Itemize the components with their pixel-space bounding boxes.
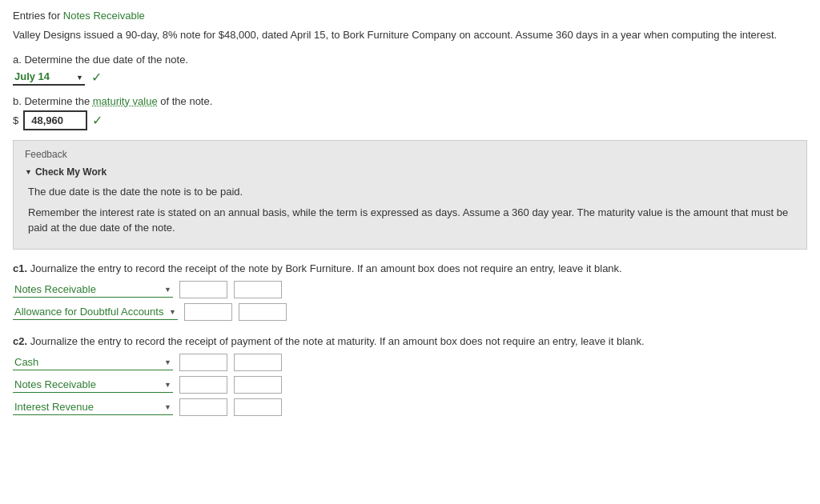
- feedback-text-2: Remember the interest rate is stated on …: [25, 205, 795, 236]
- feedback-text-1: The due date is the date the note is to …: [25, 184, 795, 200]
- c1-debit-2[interactable]: [184, 303, 232, 321]
- c1-label: c1. Journalize the entry to record the r…: [13, 262, 807, 274]
- feedback-box: Feedback Check My Work The due date is t…: [13, 140, 807, 250]
- part-a-question: Determine the due date of the note.: [24, 54, 188, 66]
- problem-text: Valley Designs issued a 90-day, 8% note …: [13, 28, 807, 42]
- part-a-check-icon: ✓: [91, 70, 102, 85]
- part-b-label: b. Determine the maturity value of the n…: [13, 95, 807, 107]
- c2-account-1-wrapper[interactable]: Cash Notes Receivable Interest Revenue: [13, 354, 173, 370]
- c2-section: c2. Journalize the entry to record the r…: [13, 335, 807, 416]
- check-my-work-label[interactable]: Check My Work: [25, 166, 795, 178]
- c2-debit-1[interactable]: [179, 354, 227, 371]
- c1-debit-1[interactable]: [179, 281, 227, 298]
- part-a-section: a. Determine the due date of the note. J…: [13, 54, 807, 86]
- c2-label: c2. Journalize the entry to record the r…: [13, 335, 807, 347]
- c2-row-3: Interest Revenue Cash Notes Receivable: [13, 398, 807, 416]
- c2-letter: c2.: [13, 335, 27, 347]
- feedback-title: Feedback: [25, 149, 795, 160]
- part-b-section: b. Determine the maturity value of the n…: [13, 95, 807, 130]
- currency-symbol: $: [13, 114, 18, 126]
- c2-account-3-wrapper[interactable]: Interest Revenue Cash Notes Receivable: [13, 399, 173, 415]
- part-a-label: a. Determine the due date of the note.: [13, 54, 807, 66]
- part-a-answer-row: July 14 ✓: [13, 69, 807, 86]
- part-a-letter: a.: [13, 54, 22, 66]
- c1-section: c1. Journalize the entry to record the r…: [13, 262, 807, 321]
- c1-account-2-dropdown[interactable]: Allowance for Doubtful Accounts Notes Re…: [13, 304, 178, 320]
- part-a-dropdown[interactable]: July 14: [13, 69, 85, 86]
- c2-account-1-dropdown[interactable]: Cash Notes Receivable Interest Revenue: [13, 354, 173, 370]
- c2-debit-3[interactable]: [179, 398, 227, 416]
- notes-receivable-link[interactable]: Notes Receivable: [63, 10, 145, 22]
- part-b-question-prefix: Determine the: [24, 95, 92, 107]
- c1-account-1-wrapper[interactable]: Notes Receivable Accounts Receivable Cas…: [13, 282, 173, 298]
- part-b-highlight: maturity value: [93, 95, 158, 107]
- c1-letter: c1.: [13, 262, 27, 274]
- c2-account-2-dropdown[interactable]: Notes Receivable Cash Interest Revenue: [13, 377, 173, 393]
- c2-question: Journalize the entry to record the recei…: [30, 335, 645, 347]
- c2-account-3-dropdown[interactable]: Interest Revenue Cash Notes Receivable: [13, 399, 173, 415]
- c2-row-2: Notes Receivable Cash Interest Revenue: [13, 376, 807, 394]
- part-a-dropdown-wrapper[interactable]: July 14: [13, 69, 85, 86]
- entries-prefix: Entries for: [13, 10, 63, 22]
- c2-credit-1[interactable]: [234, 354, 282, 371]
- part-b-question-suffix: of the note.: [158, 95, 213, 107]
- c1-row-1: Notes Receivable Accounts Receivable Cas…: [13, 281, 807, 298]
- c1-row-2: Allowance for Doubtful Accounts Notes Re…: [13, 303, 807, 321]
- part-b-answer-box: 48,960: [23, 110, 87, 130]
- c2-debit-2[interactable]: [179, 376, 227, 394]
- part-b-letter: b.: [13, 95, 22, 107]
- c1-question: Journalize the entry to record the recei…: [30, 262, 622, 274]
- c2-credit-3[interactable]: [234, 398, 282, 416]
- c1-account-2-wrapper[interactable]: Allowance for Doubtful Accounts Notes Re…: [13, 304, 178, 320]
- c1-credit-1[interactable]: [234, 281, 282, 298]
- entries-header: Entries for Notes Receivable: [13, 10, 807, 22]
- c1-credit-2[interactable]: [239, 303, 287, 321]
- c2-account-2-wrapper[interactable]: Notes Receivable Cash Interest Revenue: [13, 377, 173, 393]
- c2-row-1: Cash Notes Receivable Interest Revenue: [13, 354, 807, 371]
- part-b-check-icon: ✓: [92, 113, 102, 128]
- c2-credit-2[interactable]: [234, 376, 282, 394]
- part-b-answer-row: $ 48,960 ✓: [13, 110, 807, 130]
- c1-account-1-dropdown[interactable]: Notes Receivable Accounts Receivable Cas…: [13, 282, 173, 298]
